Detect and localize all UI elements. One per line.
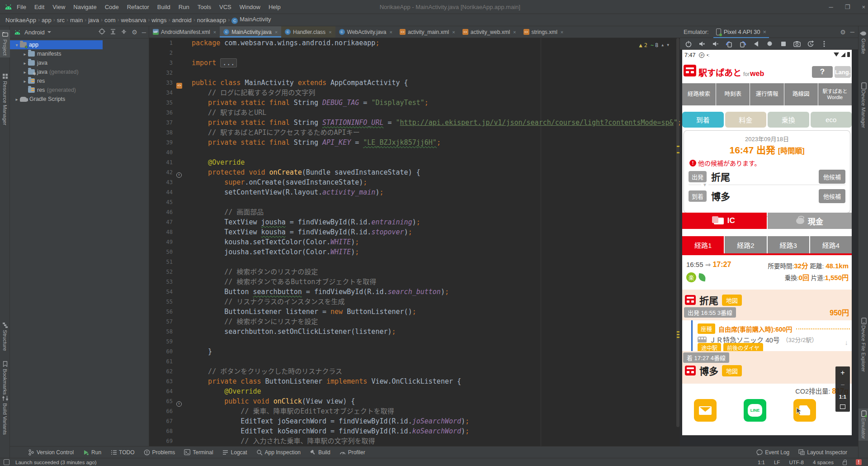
route-tab-経路3[interactable]: 経路3 [768,236,809,253]
sort-tab-eco[interactable]: eco [811,112,852,128]
language-button[interactable]: Lang. [835,66,851,78]
tool-window-button-profiler[interactable]: Profiler [335,447,370,458]
close-icon[interactable]: × [329,29,331,35]
editor-tab-activity_main.xml[interactable]: <> activity_main.xml× [396,26,459,38]
expand-all-icon[interactable] [110,29,116,36]
tool-window-button-build-variants[interactable]: Build Variants [0,394,10,437]
tool-window-button-resource-manager[interactable]: Resource Manager [0,71,10,127]
status-item[interactable]: UTF-8 [789,460,804,465]
breadcrumb-item[interactable]: main [69,17,84,24]
tool-window-button-project[interactable]: Project [0,30,10,57]
from-station[interactable]: 折尾 [711,170,819,183]
tool-window-button-gradle[interactable]: Gradle [859,29,868,56]
map-button[interactable]: 地図 [722,295,742,306]
breadcrumb-item[interactable]: NorikaeApp [5,17,37,24]
breadcrumb-item[interactable]: com [104,17,117,24]
xml-gutter-icon[interactable]: <> [176,79,183,86]
editor-scrollbar[interactable] [676,38,680,446]
tool-window-button-emulator[interactable]: Emulator [859,409,868,441]
route-tab-経路4[interactable]: 経路4 [810,236,852,253]
rotate-left-icon[interactable] [725,40,733,48]
app-nav-tab-3[interactable]: 路線図 [784,83,818,105]
ide-error-icon[interactable]: ! [856,459,862,465]
tool-window-button-terminal[interactable]: Terminal [179,447,217,458]
map-button[interactable]: 地図 [722,365,742,376]
gear-icon[interactable]: ⚙ [840,29,846,36]
screenshot-icon[interactable] [793,40,801,48]
code-editor[interactable]: 1 package com.websarva.wings.android.nor… [149,38,680,446]
sort-tab-料金[interactable]: 料金 [725,112,767,128]
tree-item-java[interactable]: ▸ java [10,58,149,67]
chevron-icon[interactable]: ▸ [22,52,28,57]
more-icon[interactable] [820,40,828,48]
overview-icon[interactable] [779,40,787,48]
close-icon[interactable]: × [275,29,278,35]
menu-run[interactable]: Run [175,4,193,10]
app-nav-tab-2[interactable]: 運行情報 [750,83,783,105]
status-item[interactable]: 1:1 [758,460,765,465]
zoom-in-button[interactable]: + [840,369,844,376]
menu-file[interactable]: File [13,4,30,10]
menu-edit[interactable]: Edit [30,4,48,10]
rotate-right-icon[interactable] [739,40,746,48]
close-icon[interactable]: × [561,29,563,35]
menu-navigate[interactable]: Navigate [69,4,100,10]
volume-up-icon[interactable] [698,40,706,48]
sort-tab-乗換[interactable]: 乗換 [768,112,809,128]
chevron-icon[interactable]: ▸ [22,61,28,66]
route-tab-経路2[interactable]: 経路2 [725,236,766,253]
breadcrumb-item[interactable]: app [41,17,52,24]
mail-share-icon[interactable] [694,399,717,422]
breadcrumb-item[interactable]: java [87,17,100,24]
menu-code[interactable]: Code [101,4,123,10]
prev-issue-icon[interactable]: ▲ [661,40,664,50]
tree-item-res[interactable]: ▸ res [10,76,149,86]
tool-window-button-run[interactable]: Run [78,447,106,458]
to-alternatives-button[interactable]: 他候補 [819,189,845,203]
to-station[interactable]: 博多 [711,189,819,203]
breadcrumb-item[interactable]: websarva [120,17,147,24]
editor-tab-androidmanifest.xml[interactable]: MF AndroidManifest.xml× [149,26,220,38]
snapshots-icon[interactable] [807,40,814,48]
breadcrumb-item[interactable]: norikaeapp [196,17,227,24]
line-share-icon[interactable]: LINE [744,399,766,422]
zoom-ratio-button[interactable]: 1:1 [839,394,846,399]
tree-item-java-generated[interactable]: ▸ ✻ java(generated) [10,67,149,76]
override-gutter-icon[interactable]: ↑ [176,398,183,404]
locate-icon[interactable] [99,28,105,36]
help-button[interactable]: ? [812,66,833,78]
menu-tools[interactable]: Tools [193,4,215,10]
close-icon[interactable]: × [763,29,767,35]
cash-payment-button[interactable]: 現金 [768,213,852,229]
next-issue-icon[interactable]: ▼ [667,40,669,50]
hide-icon[interactable]: ─ [142,29,146,36]
device-screen[interactable]: 7:47 P •: 駅すぱあとforweb ? Lang. 経路検索時刻表運行情… [682,50,852,435]
inspections-widget[interactable]: ▲2 ~8 ▲ ▼ [636,39,672,51]
tool-window-button-device-file-explorer[interactable]: Device File Explorer [859,316,868,374]
tool-window-button-layout-inspector[interactable]: Layout Inspector [794,447,852,458]
breadcrumb-item[interactable]: android [171,17,192,24]
tree-item-res-generated[interactable]: res(generated) [10,86,149,95]
tool-window-button-todo[interactable]: TODO [106,447,139,458]
menu-refactor[interactable]: Refactor [123,4,153,10]
power-icon[interactable] [684,40,692,48]
tool-window-button-build[interactable]: Build [305,447,335,458]
sort-tab-到着[interactable]: 到着 [682,112,724,128]
tool-window-button-bookmarks[interactable]: Bookmarks [0,359,10,397]
tool-window-button-app-inspection[interactable]: App Inspection [252,447,305,458]
tool-window-button-event-log[interactable]: Event Log [752,447,794,458]
chevron-icon[interactable]: ▸ [22,79,28,84]
override-gutter-icon[interactable]: ↑ [176,169,183,176]
close-icon[interactable]: × [389,29,392,35]
breadcrumb-item[interactable]: wings [151,17,167,24]
emulator-device-tab[interactable]: Pixel 4 API 30 × [713,26,769,38]
status-item[interactable]: 4 spaces [813,460,834,465]
route-tab-経路1[interactable]: 経路1 [682,236,724,253]
tool-window-button-logcat[interactable]: Logcat [218,447,252,458]
chevron-icon[interactable]: ▸ [14,97,20,102]
tree-item-app[interactable]: ▾ app [10,40,149,49]
menu-vcs[interactable]: VCS [215,4,236,10]
app-nav-tab-1[interactable]: 時刻表 [716,83,750,105]
maximize-icon[interactable]: ❐ [845,0,850,14]
zoom-out-button[interactable]: − [840,381,844,389]
